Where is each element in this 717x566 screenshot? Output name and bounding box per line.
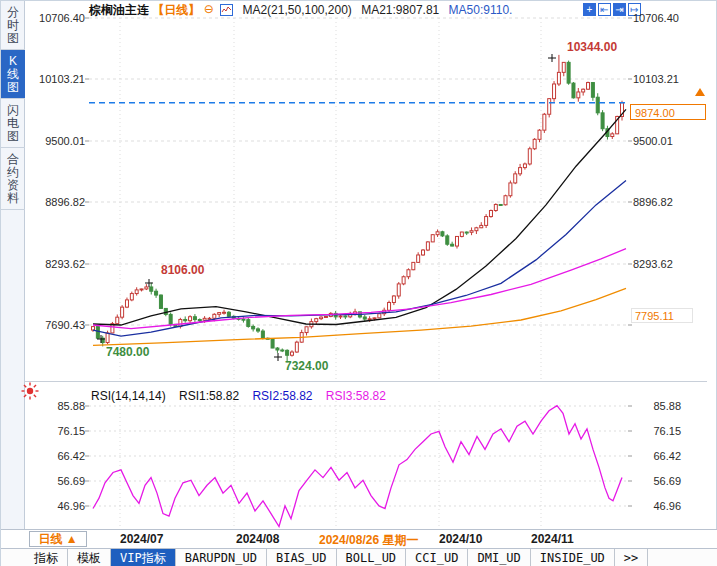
sidebar-item-kline-chart[interactable]: K线图 xyxy=(1,50,25,99)
rsi-header: RSI(14,14,14) RSI1:58.82 RSI2:58.82 RSI3… xyxy=(91,389,396,403)
period-tag: 【日线】 xyxy=(152,3,200,17)
price-axis-left-label: 7690.43 xyxy=(25,319,85,331)
instrument-title: 棕榈油主连 xyxy=(89,3,149,17)
price-axis-right-label: 8896.82 xyxy=(633,196,703,208)
rsi-axis-left-label: 76.15 xyxy=(25,425,85,437)
sidebar-item-time-chart[interactable]: 分时图 xyxy=(1,1,25,50)
bottom-tab-barupdn-ud[interactable]: BARUPDN_UD xyxy=(176,549,267,566)
rsi-axis-right-label: 85.88 xyxy=(633,400,681,412)
bottom-tab-vip-indicators[interactable]: VIP指标 xyxy=(111,549,176,566)
price-chart-canvas[interactable] xyxy=(1,1,717,566)
bar-scale-icon[interactable]: ⇥ xyxy=(613,3,626,16)
bottom-tab-indicators[interactable]: 指标 xyxy=(25,549,68,566)
time-axis-bar: 日线 ▲ 2024/072024/082024/08/26 星期一2024/10… xyxy=(1,529,717,548)
rsi-axis-right-label: 66.42 xyxy=(633,450,681,462)
price-axis-left-label: 8293.62 xyxy=(25,258,85,270)
price-axis-right-label: 8293.62 xyxy=(633,258,703,270)
rsi2-value: RSI2:58.82 xyxy=(252,389,312,403)
price-extreme-annotation: 7480.00 xyxy=(106,345,149,359)
period-selector[interactable]: 日线 ▲ xyxy=(29,531,87,547)
price-axis-right-label: 9500.01 xyxy=(633,135,703,147)
chevron-up-icon: ▲ xyxy=(66,532,78,546)
bottom-tab-inside-ud[interactable]: INSIDE_UD xyxy=(531,549,615,566)
bottom-tab-boll-ud[interactable]: BOLL_UD xyxy=(337,549,407,566)
price-axis-right-label: 10103.21 xyxy=(633,73,703,85)
date-label: 2024/11 xyxy=(531,532,574,546)
ma-group-label: MA2(21,50,100,200) xyxy=(242,3,351,17)
indicator-tabs-bar: 指标模板VIP指标BARUPDN_UDBIAS_UDBOLL_UDCCI_UDD… xyxy=(1,548,717,566)
price-axis-left-label: 10103.21 xyxy=(25,73,85,85)
rsi-axis-left-label: 85.88 xyxy=(25,400,85,412)
bottom-tab-more-tabs[interactable]: >> xyxy=(615,549,648,566)
bottom-tab-templates[interactable]: 模板 xyxy=(68,549,111,566)
rsi-axis-right-label: 76.15 xyxy=(633,425,681,437)
date-label: 2024/07 xyxy=(120,532,163,546)
price-axis-right-label: 10706.40 xyxy=(633,12,703,24)
price-up-arrow-icon xyxy=(695,88,705,96)
price-axis-left-label: 9500.01 xyxy=(25,135,85,147)
rsi-axis-left-label: 46.96 xyxy=(25,500,85,512)
sidebar-item-flash-chart[interactable]: 闪电图 xyxy=(1,99,25,148)
rsi-axis-left-label: 56.69 xyxy=(25,475,85,487)
rsi-axis-left-label: 66.42 xyxy=(25,450,85,462)
date-label: 2024/08 xyxy=(236,532,279,546)
kline-icon xyxy=(220,4,233,16)
price-extreme-annotation: 7324.00 xyxy=(285,359,328,373)
rsi1-value: RSI1:58.82 xyxy=(179,389,239,403)
bottom-tab-cci-ud[interactable]: CCI_UD xyxy=(406,549,468,566)
bottom-tab-dmi-ud[interactable]: DMI_UD xyxy=(468,549,530,566)
crosshair-icon[interactable]: + xyxy=(583,3,596,16)
sidebar-item-contract-info[interactable]: 合约资料 xyxy=(1,148,25,210)
ma21-value: MA21:9807.81 xyxy=(361,3,439,17)
chart-header: 棕榈油主连 【日线】 ⊖ MA2(21,50,100,200) MA21:980… xyxy=(89,2,512,18)
axis-range-icon[interactable]: ⇤ xyxy=(598,3,611,16)
collapse-icon[interactable]: ⊖ xyxy=(204,2,214,16)
price-extreme-annotation: 8106.00 xyxy=(161,263,204,277)
date-label: 2024/10 xyxy=(439,532,482,546)
selected-date-label: 2024/08/26 星期一 xyxy=(319,532,418,549)
price-axis-left-label: 8896.82 xyxy=(25,196,85,208)
trading-app-window: 分时图K线图闪电图合约资料 棕榈油主连 【日线】 ⊖ MA2(21,50,100… xyxy=(0,0,717,566)
price-extreme-annotation: 10344.00 xyxy=(567,40,617,54)
current-price-badge: 9874.00 xyxy=(630,104,706,120)
rsi-params: RSI(14,14,14) xyxy=(91,389,166,403)
price-axis-left-label: 10706.40 xyxy=(25,12,85,24)
rsi-axis-right-label: 56.69 xyxy=(633,475,681,487)
rsi-axis-right-label: 46.96 xyxy=(633,500,681,512)
indicator-settings-icon[interactable] xyxy=(21,382,39,400)
prev-settle-label: 7795.11 xyxy=(631,308,693,323)
rsi3-value: RSI3:58.82 xyxy=(326,389,386,403)
bottom-tab-bias-ud[interactable]: BIAS_UD xyxy=(267,549,337,566)
left-sidebar: 分时图K线图闪电图合约资料 xyxy=(1,1,25,529)
ma50-value: MA50:9110. xyxy=(449,3,513,17)
